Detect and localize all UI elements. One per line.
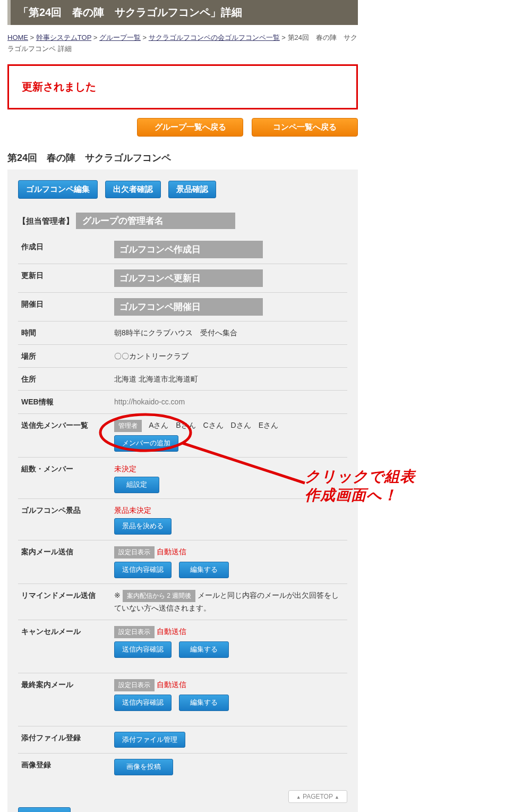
key-address: 住所 [18,367,111,390]
key-groups: 組数・メンバー [18,457,111,498]
decide-prize-button[interactable]: 景品を決める [114,518,172,535]
val-place: 〇〇カントリークラブ [111,344,347,367]
post-image-button[interactable]: 画像を投稿 [114,759,173,775]
guide-auto: 自動送信 [157,547,186,556]
remind-tag: 案内配信から 2 週間後 [123,590,195,602]
member-0: Aさん [149,421,168,429]
detail-panel: ゴルフコンペ編集 出欠者確認 景品確認 【担当管理者】 グループの管理者名 作成… [7,170,358,812]
row-place: 場所 〇〇カントリークラブ [18,344,347,367]
flash-message-box: 更新されました [7,64,358,109]
admin-row: 【担当管理者】 グループの管理者名 [18,213,347,229]
admin-tag: 管理者 [114,420,142,432]
cancel-date-tag: 設定日表示 [114,626,155,638]
val-address: 北海道 北海道市北海道町 [111,367,347,390]
row-prizes: ゴルフコンペ景品 景品未決定 景品を決める [18,498,347,540]
key-prizes: ゴルフコンペ景品 [18,498,111,540]
val-held: ゴルフコンペ開催日 [114,298,263,316]
val-created: ゴルフコンペ作成日 [114,241,263,258]
nav-row: グループ一覧へ戻る コンペ一覧へ戻る [7,118,358,137]
crumb-home[interactable]: HOME [7,33,28,41]
row-web: WEB情報 http://hokaido-cc.com [18,391,347,413]
member-1: Bさん [176,421,195,429]
row-guide-mail: 案内メール送信 設定日表示 自動送信 送信内容確認 編集する [18,540,347,584]
pagetop-row: ▲ PAGETOP ▲ [18,790,347,803]
final-edit-button[interactable]: 編集する [179,695,229,711]
key-web: WEB情報 [18,391,111,413]
key-held: 開催日 [18,292,111,321]
page-title-bar: 「第24回 春の陣 サクラゴルフコンペ」詳細 [7,0,358,25]
triangle-up-icon: ▲ [296,794,301,800]
back-group-list-button[interactable]: グループ一覧へ戻る [137,118,243,137]
row-updated: 更新日 ゴルフコンペ更新日 [18,264,347,292]
row-final-mail: 最終案内メール 設定日表示 自動送信 送信内容確認 編集する [18,673,347,726]
row-time: 時間 朝8時半にクラブハウス 受付へ集合 [18,322,347,344]
guide-edit-button[interactable]: 編集する [179,562,229,578]
pagetop-label: PAGETOP [303,793,333,800]
breadcrumb: HOME > 幹事システムTOP > グループ一覧 > サクラゴルフコンペの会ゴ… [7,32,358,55]
row-attach: 添付ファイル登録 添付ファイル管理 [18,726,347,754]
member-3: Dさん [231,421,251,429]
annotation-callout: クリックで組表 作成画面へ！ [305,467,415,504]
row-groups: 組数・メンバー 未決定 組設定 [18,457,347,498]
key-attach: 添付ファイル登録 [18,726,111,754]
row-cancel-mail: キャンセルメール 設定日表示 自動送信 送信内容確認 編集する [18,620,347,673]
crumb-compo-list[interactable]: サクラゴルフコンペの会ゴルフコンペ一覧 [149,33,280,41]
key-guide-mail: 案内メール送信 [18,540,111,584]
top-actions: ゴルフコンペ編集 出欠者確認 景品確認 [18,180,347,199]
final-date-tag: 設定日表示 [114,679,155,691]
val-updated: ゴルフコンペ更新日 [114,269,263,287]
val-web: http://hokaido-cc.com [114,397,185,406]
key-final-mail: 最終案内メール [18,673,111,726]
prize-check-button[interactable]: 景品確認 [168,181,216,198]
row-address: 住所 北海道 北海道市北海道町 [18,367,347,390]
cancel-confirm-button[interactable]: 送信内容確認 [114,641,172,658]
attendance-button[interactable]: 出欠者確認 [105,181,161,198]
delete-button[interactable]: 削 除 [18,807,71,812]
section-heading: 第24回 春の陣 サクラゴルフコンペ [7,151,358,164]
admin-value: グループの管理者名 [76,213,235,229]
key-updated: 更新日 [18,264,111,292]
key-place: 場所 [18,344,111,367]
row-created: 作成日 ゴルフコンペ作成日 [18,235,347,264]
row-remind-mail: リマインドメール送信 ※ 案内配信から 2 週間後 メールと同じ内容のメールが出… [18,584,347,620]
val-time: 朝8時半にクラブハウス 受付へ集合 [111,322,347,344]
flash-message: 更新されました [22,80,344,94]
crumb-kanji-top[interactable]: 幹事システムTOP [36,33,91,41]
key-image: 画像登録 [18,754,111,781]
page-title: 「第24回 春の陣 サクラゴルフコンペ」詳細 [18,6,242,18]
key-created: 作成日 [18,235,111,264]
guide-confirm-button[interactable]: 送信内容確認 [114,562,172,578]
cancel-auto: 自動送信 [157,627,186,636]
callout-text: クリックで組表 作成画面へ！ [305,468,415,503]
final-auto: 自動送信 [157,680,186,689]
crumb-group-list[interactable]: グループ一覧 [99,33,141,41]
member-4: Eさん [259,421,278,429]
detail-table: 作成日 ゴルフコンペ作成日 更新日 ゴルフコンペ更新日 開催日 ゴルフコンペ開催… [18,235,347,781]
prizes-status: 景品未決定 [114,504,344,516]
key-remind-mail: リマインドメール送信 [18,584,111,620]
member-2: Cさん [203,421,224,429]
cancel-edit-button[interactable]: 編集する [179,641,229,658]
group-setting-button[interactable]: 組設定 [114,477,159,493]
back-compo-list-button[interactable]: コンペ一覧へ戻る [252,118,358,137]
admin-label: 【担当管理者】 [18,216,74,225]
row-held: 開催日 ゴルフコンペ開催日 [18,292,347,321]
add-member-button[interactable]: メンバーの追加 [114,435,178,452]
remind-prefix: ※ [114,591,121,599]
row-image: 画像登録 画像を投稿 [18,754,347,781]
attach-manage-button[interactable]: 添付ファイル管理 [114,732,185,748]
key-time: 時間 [18,322,111,344]
edit-compo-button[interactable]: ゴルフコンペ編集 [18,180,98,199]
row-members: 送信先メンバー一覧 管理者 Aさん Bさん Cさん Dさん Eさん メンバーの追… [18,413,347,457]
key-cancel-mail: キャンセルメール [18,620,111,673]
key-members: 送信先メンバー一覧 [18,413,111,457]
member-list: 管理者 Aさん Bさん Cさん Dさん Eさん [114,419,344,432]
guide-date-tag: 設定日表示 [114,546,155,559]
triangle-up-icon: ▲ [335,794,339,800]
final-confirm-button[interactable]: 送信内容確認 [114,695,172,711]
pagetop-button[interactable]: ▲ PAGETOP ▲ [288,790,347,803]
